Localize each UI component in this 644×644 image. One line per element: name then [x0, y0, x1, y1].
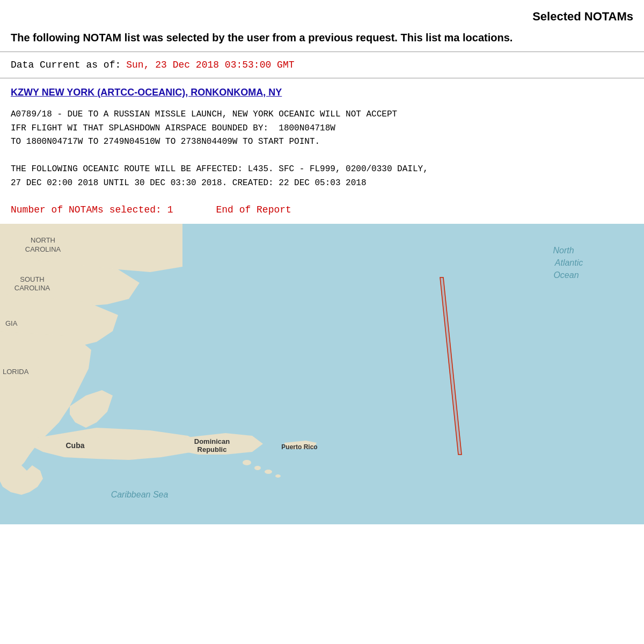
svg-text:Puerto Rico: Puerto Rico [281, 443, 317, 451]
map-svg: NORTH CAROLINA SOUTH CAROLINA GIA LORIDA… [0, 224, 644, 524]
end-of-report: End of Report [216, 204, 291, 215]
svg-text:SOUTH: SOUTH [20, 275, 45, 283]
map-container: NORTH CAROLINA SOUTH CAROLINA GIA LORIDA… [0, 224, 644, 524]
svg-text:LORIDA: LORIDA [3, 368, 29, 376]
svg-text:Ocean: Ocean [553, 270, 579, 280]
svg-text:CAROLINA: CAROLINA [25, 245, 61, 253]
notam-footer: Number of NOTAMs selected: 1 End of Repo… [0, 196, 644, 224]
page-title: Selected NOTAMs [0, 0, 644, 28]
svg-text:North: North [553, 246, 574, 255]
svg-text:Dominican: Dominican [194, 437, 230, 445]
svg-point-1 [243, 460, 251, 465]
svg-text:NORTH: NORTH [31, 236, 55, 244]
data-current-label: Data Current as of: [11, 60, 121, 70]
data-current-section: Data Current as of: Sun, 23 Dec 2018 03:… [0, 52, 644, 78]
svg-text:Caribbean Sea: Caribbean Sea [111, 490, 169, 499]
notam-body: A0789/18 - DUE TO A RUSSIAN MISSLE LAUNC… [0, 103, 644, 196]
svg-text:Atlantic: Atlantic [554, 258, 583, 267]
svg-text:CAROLINA: CAROLINA [14, 284, 50, 292]
data-current-value: Sun, 23 Dec 2018 03:53:00 GMT [126, 60, 294, 70]
notams-selected-count: Number of NOTAMs selected: 1 [11, 204, 173, 215]
svg-text:Cuba: Cuba [66, 441, 85, 450]
svg-point-3 [265, 470, 272, 474]
notam-location: KZWY NEW YORK (ARTCC-OCEANIC), RONKONKOM… [0, 78, 644, 103]
svg-text:GIA: GIA [5, 319, 18, 327]
svg-point-4 [275, 474, 281, 478]
svg-point-2 [254, 466, 261, 470]
svg-text:Republic: Republic [197, 445, 227, 453]
notam-location-link[interactable]: KZWY NEW YORK (ARTCC-OCEANIC), RONKONKOM… [11, 87, 282, 98]
intro-text: The following NOTAM list was selected by… [0, 28, 644, 52]
